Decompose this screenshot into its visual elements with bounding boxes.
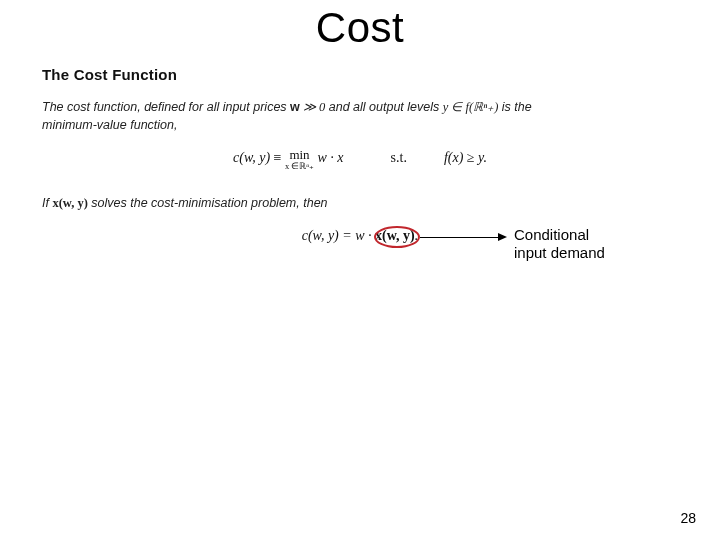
annotation-line2: input demand bbox=[514, 244, 605, 261]
intro-text-line2: minimum-value function, bbox=[42, 116, 682, 134]
equation-cost-def: c(w, y) ≡ min x ∈ℝⁿ₊ w · x s.t. f(x) ≥ y… bbox=[0, 150, 720, 173]
eq-st: s.t. bbox=[391, 150, 407, 165]
equation-cost-solution: c(w, y) = w · x(w, y). bbox=[0, 228, 720, 244]
math-xwy: x(w, y) bbox=[52, 196, 87, 210]
text-fragment: If bbox=[42, 196, 52, 210]
eq2-eq: = bbox=[342, 228, 351, 243]
text-fragment: solves the cost-minimisation problem, th… bbox=[91, 196, 327, 210]
eq-mid: w · x bbox=[318, 150, 344, 165]
eq2-xwy: x(w, y) bbox=[375, 228, 415, 243]
solver-text: If x(w, y) solves the cost-minimisation … bbox=[42, 194, 682, 212]
annotation-line1: Conditional bbox=[514, 226, 589, 243]
eq-rhs: f(x) ≥ y. bbox=[444, 150, 487, 165]
annotation-label: Conditional input demand bbox=[514, 226, 605, 262]
text-fragment: is the bbox=[502, 100, 532, 114]
page-number: 28 bbox=[680, 510, 696, 526]
math-yin: y ∈ f bbox=[443, 100, 469, 114]
intro-text-line1: The cost function, defined for all input… bbox=[42, 98, 682, 116]
page-title: Cost bbox=[0, 4, 720, 52]
section-heading: The Cost Function bbox=[42, 66, 177, 83]
slide: Cost The Cost Function The cost function… bbox=[0, 0, 720, 540]
eq2-rhs-c: . bbox=[415, 228, 419, 243]
math-gg0: ≫ 0 bbox=[300, 100, 326, 114]
arrow-line bbox=[420, 237, 500, 238]
arrow-head-icon bbox=[498, 233, 507, 241]
eq-min-block: min x ∈ℝⁿ₊ bbox=[285, 148, 314, 171]
math-Rn: (ℝⁿ₊) bbox=[469, 100, 498, 114]
math-w: w bbox=[290, 100, 300, 114]
text-fragment: The cost function, defined for all input… bbox=[42, 100, 290, 114]
eq-equiv: ≡ bbox=[274, 150, 282, 165]
eq-min-sub: x ∈ℝⁿ₊ bbox=[285, 162, 314, 171]
eq2-rhs-a: w · bbox=[355, 228, 375, 243]
eq2-lhs: c(w, y) bbox=[302, 228, 339, 243]
eq-min: min bbox=[285, 148, 314, 161]
eq-lhs: c(w, y) bbox=[233, 150, 270, 165]
text-fragment: and all output levels bbox=[329, 100, 443, 114]
